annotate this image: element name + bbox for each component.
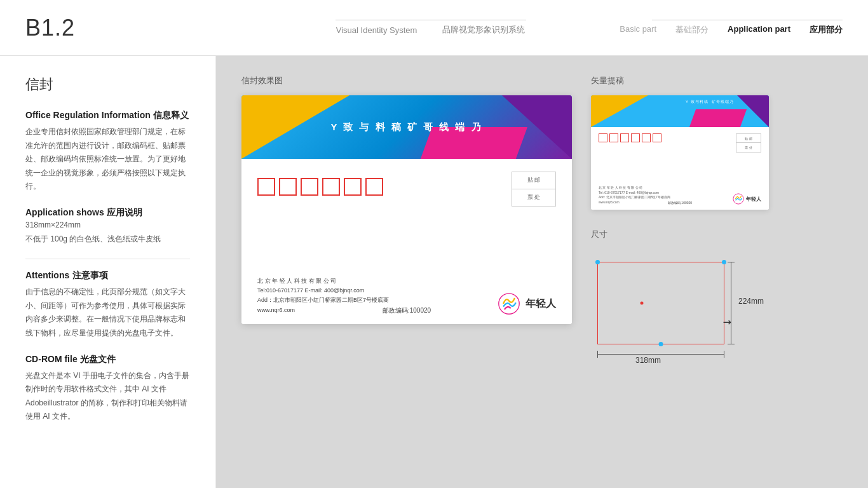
- dim-tick-bottom: [728, 344, 735, 344]
- stamp-area: 贴 邮 票 处: [512, 172, 556, 207]
- vec-postal-box-1: [599, 133, 607, 142]
- company-www: www.nqr6.com: [257, 306, 389, 315]
- envelope-container: Y 致 与 料 稿 矿 哥 线 端 乃 贴 邮 票 处: [241, 95, 572, 324]
- envelope-body: 贴 邮 票 处 北 京 年 轻 人 科 技 有 限 公 司 Tel:010-67…: [241, 159, 572, 324]
- section-title: 信封: [25, 75, 190, 94]
- postal-code: 邮政编码:100020: [383, 306, 431, 315]
- attention-title-cn: 注意事项: [72, 270, 108, 280]
- dim-dot-tr: [722, 260, 726, 264]
- nav-app-cn: 应用部分: [810, 24, 843, 36]
- app-title-en: Application shows: [25, 207, 104, 217]
- office-title-cn: 信息释义: [153, 110, 189, 120]
- cdrom-title-cn: 光盘文件: [80, 354, 116, 364]
- vec-postal: 邮政编码:100020: [668, 201, 692, 205]
- stamp-bottom: 票 处: [512, 189, 555, 207]
- page-number: B1.2: [25, 15, 241, 41]
- header-center: Visual Identity System 品牌视觉形象识别系统: [241, 20, 620, 36]
- stamp-top: 贴 邮: [512, 172, 555, 189]
- main-content: 信封 Office Regulation Information 信息释义 企业…: [0, 56, 868, 488]
- vec-postal-box-2: [609, 133, 618, 142]
- vis-label-cn: 品牌视觉形象识别系统: [442, 24, 525, 36]
- postal-box-3: [301, 178, 318, 196]
- dim-label-width: 318mm: [635, 356, 661, 365]
- cdrom-section: CD-ROM file 光盘文件 光盘文件是本 VI 手册电子文件的集合，内含手…: [25, 353, 190, 424]
- vec-postal-box-4: [631, 133, 640, 142]
- vec-tel: Tel: 010-67017177 E-mail: 400@bjnqr.com: [599, 191, 670, 196]
- dim-dot-center: [641, 302, 644, 305]
- header-left: B1.2: [25, 15, 241, 41]
- env-header-text: Y 致 与 料 稿 矿 哥 线 端 乃: [330, 121, 482, 133]
- postal-box-6: [365, 178, 383, 196]
- dimensions-label: 尺寸: [591, 229, 843, 240]
- nav-section: Basic part 基础部分 Application part 应用部分: [620, 20, 843, 36]
- company-add: Add：北京市朝阳区小红门桥家园二期B区7号楼底商: [257, 295, 389, 305]
- vec-stamp: 贴 邮 票 处: [736, 133, 761, 152]
- vec-shape-gold: [591, 95, 648, 127]
- envelope-header: Y 致 与 料 稿 矿 哥 线 端 乃: [241, 95, 572, 159]
- postal-box-1: [257, 178, 275, 196]
- office-title-en: Office Regulation Information: [25, 110, 151, 120]
- postal-box-5: [344, 178, 362, 196]
- header-center-labels: Visual Identity System 品牌视觉形象识别系统: [336, 24, 526, 36]
- dim-label-height: 224mm: [738, 297, 764, 306]
- vec-www: www.nqr6.com: [599, 200, 670, 205]
- envelope-label: 信封效果图: [241, 75, 572, 86]
- postal-box-4: [322, 178, 340, 196]
- vec-stamp-bottom: 票 处: [736, 143, 761, 152]
- app-title-cn: 应用说明: [107, 207, 142, 217]
- vector-section: 矢量提稿 Y 致与料稿 矿哥线端乃: [591, 75, 843, 210]
- vec-postal-box-3: [620, 133, 629, 142]
- dim-line-width: [597, 354, 724, 355]
- vis-label-en: Visual Identity System: [336, 25, 417, 35]
- header-top-divider: [336, 20, 526, 20]
- envelope-section: 信封效果图 Y 致 与 料 稿 矿 哥 线 端 乃: [241, 75, 572, 370]
- header: B1.2 Visual Identity System 品牌视觉形象识别系统 B…: [0, 0, 868, 56]
- vec-add: Add: 北京市朝阳区小红门桥家园二期B区7号楼底商: [599, 195, 670, 200]
- nav-labels: Basic part 基础部分 Application part 应用部分: [620, 24, 843, 36]
- vector-label: 矢量提稿: [591, 75, 843, 86]
- dim-dot-bl: [659, 342, 663, 346]
- vec-shape-pink: [689, 109, 747, 127]
- vec-stamp-top: 贴 邮: [736, 134, 761, 143]
- divider: [25, 259, 190, 259]
- dim-dot-tl: [595, 260, 600, 264]
- postal-box-2: [279, 178, 297, 196]
- office-section: Office Regulation Information 信息释义 企业专用信…: [25, 109, 190, 194]
- vec-company: 北 京 年 轻 人 科 技 有 限 公 司: [599, 186, 670, 191]
- attention-section: Attentions 注意事项 由于信息的不确定性，此页部分规范（如文字大小、间…: [25, 269, 190, 340]
- dim-diagram: 318mm 224mm ↗: [591, 249, 769, 370]
- dim-box: [597, 262, 724, 344]
- company-info: 北 京 年 轻 人 科 技 有 限 公 司 Tel:010-67017177 E…: [257, 276, 389, 315]
- dim-line-height: [731, 262, 731, 344]
- vec-logo-svg: [733, 193, 744, 205]
- company-name: 北 京 年 轻 人 科 技 有 限 公 司: [257, 276, 389, 286]
- attention-title-en: Attentions: [25, 270, 69, 280]
- envelope-footer: 北 京 年 轻 人 科 技 有 限 公 司 Tel:010-67017177 E…: [241, 268, 572, 324]
- dim-tick-left: [597, 351, 598, 358]
- logo-text: 年轻人: [526, 297, 556, 311]
- nav-basic-cn: 基础部分: [675, 24, 709, 36]
- nav-basic-en: Basic part: [620, 24, 656, 36]
- attention-text: 由于信息的不确定性，此页部分规范（如文字大小、间距等）可作为参考使用，具体可根据…: [25, 285, 190, 340]
- vec-logo: 年轻人: [733, 193, 761, 205]
- cdrom-text: 光盘文件是本 VI 手册电子文件的集合，内含手册制作时的专用软件格式文件，其中 …: [25, 369, 190, 424]
- app-size: 318mm×224mm: [25, 219, 190, 233]
- vec-footer-info: 北 京 年 轻 人 科 技 有 限 公 司 Tel: 010-67017177 …: [599, 186, 670, 205]
- vec-body: 贴 邮 票 处 北 京 年 轻 人 科 技 有 限 公 司 Tel: 010-6…: [591, 127, 769, 210]
- cdrom-title-en: CD-ROM file: [25, 354, 78, 364]
- dim-tick-right: [724, 351, 724, 358]
- vec-postal-box-6: [653, 133, 661, 142]
- vec-header: Y 致与料稿 矿哥线端乃: [591, 95, 769, 127]
- app-material: 不低于 100g 的白色纸、浅色纸或牛皮纸: [25, 233, 190, 247]
- logo-svg: [498, 292, 520, 315]
- vec-postal-box-5: [642, 133, 651, 142]
- dim-tick-top: [728, 262, 735, 262]
- logo-area: 年轻人: [498, 292, 556, 315]
- left-panel: 信封 Office Regulation Information 信息释义 企业…: [0, 56, 216, 488]
- nav-app-en: Application part: [728, 24, 790, 36]
- dimensions-section: 尺寸 318mm 224mm: [591, 229, 843, 370]
- vec-logo-text: 年轻人: [746, 196, 761, 203]
- app-section: Application shows 应用说明 318mm×224mm 不低于 1…: [25, 207, 190, 246]
- company-tel: Tel:010-67017177 E-mail: 400@bjnqr.com: [257, 286, 389, 295]
- nav-top-divider: [652, 20, 843, 20]
